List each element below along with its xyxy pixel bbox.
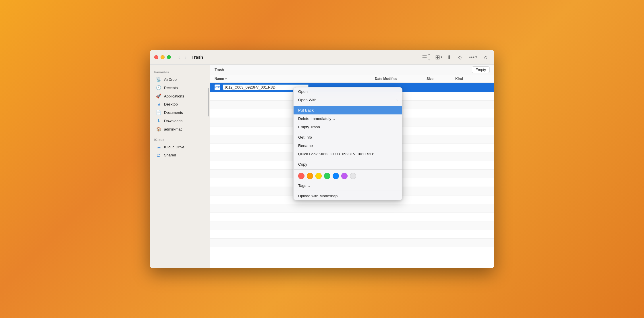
open-with-chevron-icon: › — [396, 98, 398, 102]
applications-icon: 🚀 — [156, 93, 161, 99]
color-tags-row — [294, 171, 402, 181]
file-icon: R3D — [215, 85, 220, 90]
ctx-divider-3 — [294, 159, 402, 159]
col-header-name[interactable]: Name ▾ — [215, 77, 375, 81]
tag-color-green[interactable] — [324, 173, 330, 179]
tag-color-blue[interactable] — [333, 173, 339, 179]
sidebar-item-home[interactable]: 🏠 admin-mac — [151, 125, 208, 133]
recents-icon: 🕐 — [156, 85, 161, 90]
sidebar-item-airdrop[interactable]: 📡 AirDrop — [151, 75, 208, 83]
ctx-divider-2 — [294, 132, 402, 132]
icloud-drive-icon: ☁ — [156, 144, 161, 150]
toolbar-actions: ☰ ⌃⌄ ⊞ ▾ ⬆ ◇ ••• ▾ ⌕ — [420, 52, 490, 62]
ctx-open-with[interactable]: Open With › — [294, 96, 402, 104]
favorites-header: Favorites — [150, 68, 210, 75]
list-view-button[interactable]: ☰ ⌃⌄ — [420, 52, 433, 62]
nav-buttons: ‹ › — [177, 53, 188, 61]
minimize-button[interactable] — [161, 55, 165, 59]
ctx-divider-4 — [294, 169, 402, 170]
sidebar-item-shared[interactable]: 🗂 Shared — [151, 151, 208, 159]
sidebar-item-label-recents: Recents — [164, 86, 178, 90]
ctx-put-back[interactable]: Put Back — [294, 106, 402, 114]
scroll-indicator — [208, 88, 209, 116]
shared-icon: 🗂 — [156, 153, 161, 158]
home-icon: 🏠 — [156, 127, 161, 132]
sidebar-item-label-shared: Shared — [164, 153, 176, 157]
icloud-header: iCloud — [150, 136, 210, 143]
table-row — [210, 221, 494, 230]
table-row — [210, 204, 494, 213]
ctx-open[interactable]: Open — [294, 87, 402, 96]
ctx-empty-trash[interactable]: Empty Trash — [294, 123, 402, 131]
ctx-upload-monosnap[interactable]: Upload with Monosnap — [294, 192, 402, 200]
ctx-tags[interactable]: Tags… — [294, 181, 402, 190]
close-button[interactable] — [154, 55, 158, 59]
grid-view-button[interactable]: ⊞ ▾ — [435, 54, 442, 61]
column-headers: Name ▾ Date Modified Size Kind — [210, 75, 494, 83]
ctx-divider-1 — [294, 105, 402, 105]
tag-color-orange[interactable] — [307, 173, 313, 179]
tag-color-yellow[interactable] — [315, 173, 322, 179]
sidebar-item-label-home: admin-mac — [164, 127, 182, 131]
downloads-icon: ⬇ — [156, 118, 161, 123]
sidebar-item-icloud-drive[interactable]: ☁ iCloud Drive — [151, 143, 208, 151]
forward-button[interactable]: › — [183, 53, 188, 61]
sidebar-item-documents[interactable]: 📄 Documents — [151, 108, 208, 116]
sidebar-item-label-downloads: Downloads — [164, 119, 182, 123]
search-button[interactable]: ⌕ — [482, 53, 490, 62]
sidebar-item-desktop[interactable]: 🖥 Desktop — [151, 100, 208, 108]
more-icon: ••• — [469, 55, 475, 60]
tag-button[interactable]: ◇ — [456, 53, 464, 62]
table-row — [210, 213, 494, 221]
path-bar: Trash Empty — [210, 65, 494, 75]
ctx-rename[interactable]: Rename — [294, 141, 402, 150]
ctx-delete-immediately[interactable]: Delete Immediately… — [294, 114, 402, 123]
sort-chevron-icon: ⌃⌄ — [428, 53, 431, 61]
ctx-get-info[interactable]: Get Info — [294, 133, 402, 141]
airdrop-icon: 📡 — [156, 77, 161, 82]
ctx-quick-look[interactable]: Quick Look "J012_C003_0923FV_001.R3D" — [294, 150, 402, 158]
tag-icon: ◇ — [458, 54, 462, 60]
list-icon: ☰ — [422, 54, 427, 61]
sidebar-item-label-icloud-drive: iCloud Drive — [164, 145, 184, 149]
sidebar-item-label-airdrop: AirDrop — [164, 77, 177, 82]
sidebar: Favorites 📡 AirDrop 🕐 Recents 🚀 Applicat… — [150, 65, 210, 268]
sidebar-item-label-desktop: Desktop — [164, 102, 178, 106]
documents-icon: 📄 — [156, 110, 161, 115]
sidebar-item-applications[interactable]: 🚀 Applications — [151, 92, 208, 100]
share-button[interactable]: ⬆ — [445, 53, 454, 62]
title-bar: ‹ › Trash ☰ ⌃⌄ ⊞ ▾ ⬆ ◇ — [150, 50, 494, 65]
context-menu: Open Open With › Put Back Delete Immedia… — [293, 87, 402, 200]
sidebar-item-recents[interactable]: 🕐 Recents — [151, 84, 208, 92]
more-chevron-icon: ▾ — [475, 55, 477, 59]
col-header-kind[interactable]: Kind — [455, 77, 490, 81]
more-button[interactable]: ••• ▾ — [467, 53, 479, 61]
traffic-lights — [154, 55, 171, 59]
grid-chevron-icon: ▾ — [441, 55, 442, 59]
tag-color-gray[interactable] — [350, 173, 356, 179]
window-title: Trash — [192, 55, 203, 60]
empty-button[interactable]: Empty — [472, 66, 490, 73]
ctx-divider-5 — [294, 191, 402, 191]
ctx-copy[interactable]: Copy — [294, 160, 402, 168]
share-icon: ⬆ — [447, 54, 451, 60]
sidebar-item-label-documents: Documents — [164, 110, 183, 115]
sidebar-item-label-applications: Applications — [164, 94, 184, 98]
tag-color-red[interactable] — [298, 173, 304, 179]
search-icon: ⌕ — [484, 54, 487, 60]
back-button[interactable]: ‹ — [177, 53, 182, 61]
table-row — [210, 230, 494, 239]
col-header-size[interactable]: Size — [427, 77, 455, 81]
col-header-date[interactable]: Date Modified — [375, 77, 427, 81]
sidebar-item-downloads[interactable]: ⬇ Downloads — [151, 117, 208, 125]
maximize-button[interactable] — [167, 55, 171, 59]
table-row — [210, 239, 494, 247]
grid-icon: ⊞ — [435, 54, 440, 61]
path-text: Trash — [215, 68, 224, 72]
sort-icon: ▾ — [225, 77, 227, 81]
tag-color-purple[interactable] — [341, 173, 348, 179]
desktop-icon: 🖥 — [156, 102, 161, 107]
